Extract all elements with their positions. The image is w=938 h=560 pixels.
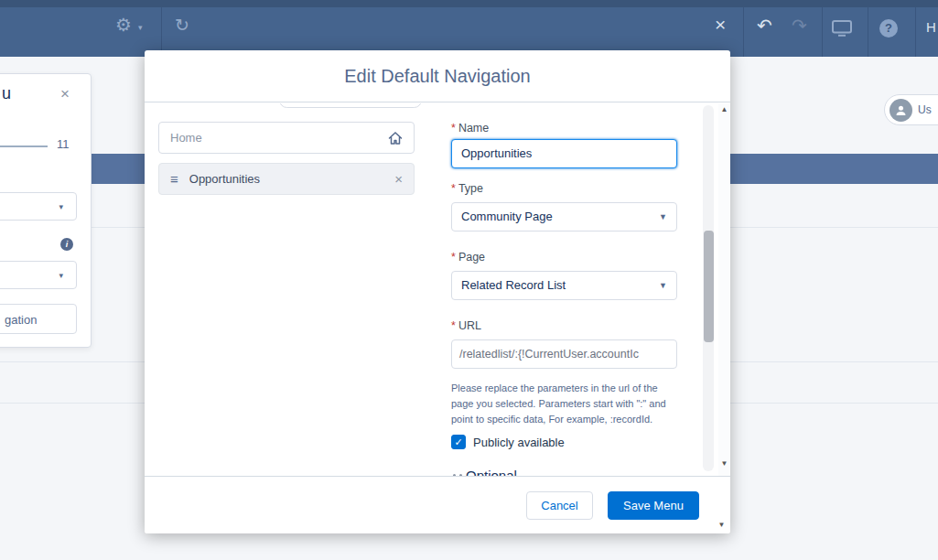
refresh-icon[interactable]: ↻ [175, 16, 189, 34]
help-icon[interactable]: ? [879, 19, 898, 38]
screen: ⚙ ▾ ↻ × ↶ ↷ ? H u × 11 ▾ i ▾ gation Us [0, 0, 938, 560]
scrollbar-thumb[interactable] [704, 231, 714, 342]
scroll-up-icon[interactable]: ▲ [720, 106, 728, 113]
chevron-down-icon: ▾ [59, 202, 63, 211]
name-label: *Name [451, 122, 489, 135]
selected-value: Community Page [461, 210, 553, 223]
type-select[interactable]: Community Page ▼ [451, 202, 677, 232]
required-marker: * [451, 319, 456, 332]
label-text: Type [458, 182, 483, 195]
toolbar-divider [868, 7, 868, 57]
chevron-down-icon: ▾ [59, 271, 63, 280]
panel-dropdown[interactable]: ▾ [0, 192, 77, 221]
menu-item-form: *Name Opportunities *Type Community Page… [451, 103, 677, 476]
type-label: *Type [451, 182, 483, 195]
builder-toolbar: ⚙ ▾ ↻ × ↶ ↷ ? H [0, 0, 938, 57]
slider-value: 11 [57, 137, 70, 152]
publicly-available-checkbox[interactable]: ✓ [451, 435, 466, 449]
name-input[interactable]: Opportunities [451, 139, 677, 168]
avatar [889, 99, 912, 122]
modal-header: Edit Default Navigation [145, 50, 730, 102]
selected-value: Related Record List [461, 278, 566, 292]
cancel-button[interactable]: Cancel [526, 491, 593, 520]
toolbar-edge-label[interactable]: H [926, 20, 936, 34]
toolbar-divider [161, 7, 162, 57]
user-chip-label: Us [918, 103, 932, 116]
checkbox-label: Publicly available [473, 436, 565, 449]
optional-section-fragment: Optional [453, 468, 517, 476]
gear-caret-icon[interactable]: ▾ [138, 24, 143, 32]
panel-nav-button-label: gation [5, 313, 37, 327]
undo-icon[interactable]: ↶ [757, 16, 772, 35]
info-icon[interactable]: i [60, 238, 73, 251]
content-scrollbar[interactable] [703, 105, 714, 471]
check-icon: ✓ [454, 437, 462, 447]
url-label: *URL [451, 319, 481, 332]
toolbar-divider [915, 7, 916, 57]
publicly-available-row: ✓ Publicly available [451, 435, 565, 449]
panel-nav-button[interactable]: gation [0, 304, 77, 334]
toolbar-divider [822, 7, 823, 57]
menu-item-opportunities[interactable]: ≡ Opportunities × [158, 163, 415, 195]
modal-body: Home ≡ Opportunities × *Name Opportuniti… [145, 103, 730, 476]
required-marker: * [451, 182, 456, 195]
scrolled-item-fragment[interactable] [279, 103, 422, 108]
panel-title-fragment: u [2, 84, 11, 104]
menu-item-home[interactable]: Home [158, 122, 415, 154]
home-icon [388, 131, 403, 145]
remove-icon[interactable]: × [394, 171, 403, 187]
edit-navigation-modal: Edit Default Navigation Home ≡ Opportuni… [145, 50, 730, 533]
required-marker: * [451, 122, 456, 135]
label-text: Page [458, 251, 485, 264]
scroll-down-icon[interactable]: ▼ [720, 460, 728, 468]
settings-gear-icon[interactable]: ⚙ [115, 16, 132, 34]
modal-footer: Cancel Save Menu ▼ [145, 476, 730, 533]
toolbar-top-strip [0, 0, 938, 7]
save-menu-button[interactable]: Save Menu [608, 491, 699, 520]
slider-track[interactable] [0, 145, 48, 147]
menu-item-label: Home [170, 131, 202, 145]
panel-dropdown[interactable]: ▾ [0, 261, 77, 289]
user-chip[interactable]: Us [884, 94, 938, 125]
panel-close-icon[interactable]: × [60, 85, 70, 103]
chevron-down-icon: ▼ [659, 282, 667, 290]
scroll-down-icon[interactable]: ▼ [717, 522, 726, 529]
redo-icon[interactable]: ↷ [792, 16, 807, 35]
menu-item-label: Opportunities [189, 172, 394, 186]
close-icon[interactable]: × [715, 15, 726, 34]
optional-label: Optional [466, 468, 517, 476]
required-marker: * [451, 251, 456, 264]
preview-monitor-icon[interactable] [832, 20, 852, 39]
page-label: *Page [451, 251, 485, 264]
toolbar-divider [743, 7, 744, 57]
chevron-down-icon: ▼ [659, 213, 667, 221]
url-help-text: Please replace the parameters in the url… [451, 381, 680, 427]
modal-title: Edit Default Navigation [145, 50, 730, 102]
drag-handle-icon[interactable]: ≡ [170, 171, 178, 187]
page-select[interactable]: Related Record List ▼ [451, 271, 677, 300]
label-text: Name [458, 122, 489, 135]
url-input[interactable]: /relatedlist/:{!CurrentUser.accountIc [451, 339, 677, 369]
modal-scrollbar[interactable]: ▲ ▼ [718, 103, 730, 476]
label-text: URL [458, 319, 481, 332]
